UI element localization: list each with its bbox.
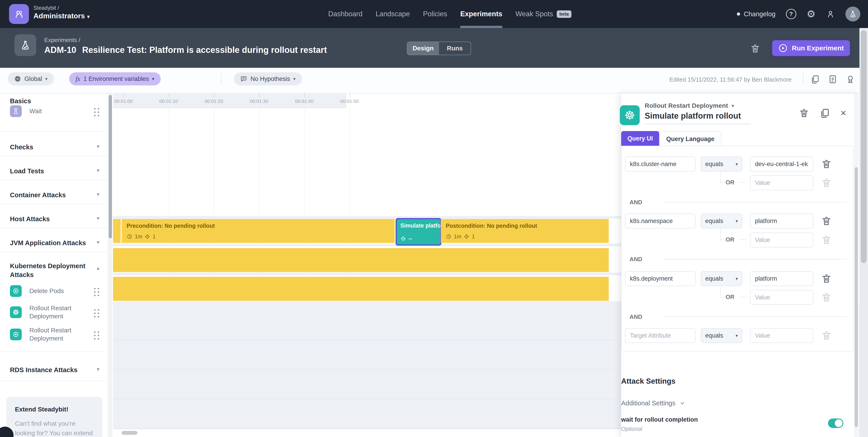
experiment-icon-tile: [14, 34, 36, 56]
operator-select[interactable]: equals▾: [701, 271, 742, 286]
trash-icon[interactable]: [821, 159, 832, 169]
page-scrollbar-thumb[interactable]: [861, 30, 867, 263]
trash-icon-disabled: [821, 235, 832, 245]
attribute-input[interactable]: [625, 328, 695, 343]
tab-design[interactable]: Design: [407, 42, 439, 55]
tick-label: 00:01:20: [205, 98, 223, 104]
chevron-down-icon: ▾: [732, 103, 734, 108]
environment-select[interactable]: Global ▾: [8, 72, 54, 85]
tab-runs[interactable]: Runs: [439, 42, 471, 55]
help-icon[interactable]: ?: [786, 9, 796, 19]
nav-policies[interactable]: Policies: [423, 0, 447, 28]
horizontal-scrollbar-thumb[interactable]: [122, 431, 137, 435]
chevron-down-icon[interactable]: ▾: [97, 143, 99, 150]
changelog-link[interactable]: Changelog: [737, 10, 775, 18]
action-type-select[interactable]: Rollout Restart Deployment ▾: [645, 102, 734, 110]
action-name-input[interactable]: Simulate platform rollout: [645, 111, 741, 121]
org-switcher[interactable]: Steadybit / Administrators▾: [33, 4, 90, 20]
trash-icon[interactable]: [821, 273, 832, 284]
drag-handle[interactable]: [94, 309, 99, 317]
drag-handle[interactable]: [94, 331, 99, 340]
nav-dashboard[interactable]: Dashboard: [328, 0, 363, 28]
or-value-input[interactable]: [750, 175, 813, 190]
step-bar-clipped[interactable]: [113, 219, 121, 243]
delete-experiment-button[interactable]: [750, 43, 761, 54]
step-bar-precondition[interactable]: Precondition: No pending rollout 1m 1: [122, 219, 395, 243]
steadybit-app: Steadybit / Administrators▾ Dashboard La…: [0, 0, 868, 437]
target-icon: [145, 233, 150, 240]
drag-handle[interactable]: [94, 108, 99, 116]
sidebar-section-container-attacks[interactable]: Container Attacks: [10, 191, 87, 199]
attribute-input[interactable]: [625, 271, 695, 286]
sidebar-section-load-tests[interactable]: Load Tests: [10, 167, 87, 176]
or-value-input[interactable]: [750, 232, 813, 247]
horizontal-scrollbar[interactable]: [113, 429, 621, 437]
nav-experiments[interactable]: Experiments: [460, 0, 502, 28]
user-icon[interactable]: [826, 9, 835, 19]
sidebar-section-jvm-attacks[interactable]: JVM Application Attacks: [10, 239, 87, 247]
operator-select[interactable]: equals▾: [701, 214, 742, 228]
chevron-down-icon[interactable]: ▾: [97, 366, 99, 372]
step-bar-lane3[interactable]: [113, 277, 609, 301]
trash-icon-disabled: [821, 177, 832, 188]
wait-for-rollout-toggle[interactable]: [828, 418, 843, 428]
hypothesis-select[interactable]: No Hypothesis ▾: [234, 72, 302, 85]
duplicate-icon[interactable]: [810, 74, 820, 84]
nav-weak-spots[interactable]: Weak Spots beta: [515, 0, 571, 28]
sidebar-section-checks[interactable]: Checks: [10, 143, 87, 152]
sidebar-item-wait[interactable]: Wait: [10, 105, 86, 117]
tab-query-ui[interactable]: Query UI: [621, 131, 659, 146]
kubernetes-icon: ☸: [620, 105, 640, 125]
badge-icon[interactable]: [846, 74, 855, 84]
target-icon: [464, 233, 469, 240]
tick-label: 00:01:40: [295, 98, 313, 104]
org-logo[interactable]: [9, 4, 29, 24]
trash-icon[interactable]: [799, 108, 809, 118]
chevron-down-icon[interactable]: ▾: [97, 215, 99, 221]
value-input[interactable]: [750, 157, 813, 171]
operator-select[interactable]: equals▾: [701, 328, 742, 343]
sidebar-item-rollout-restart-2[interactable]: Rollout Restart Deployment: [10, 326, 86, 343]
toolbar-divider: [221, 73, 221, 84]
value-input[interactable]: [750, 328, 813, 343]
step-bar-postcondition[interactable]: Postcondition: No pending rollout 1m 1: [441, 219, 609, 243]
drag-handle[interactable]: [94, 288, 99, 296]
wait-setting-hint: Optional: [621, 426, 642, 432]
sidebar-scrollbar-thumb[interactable]: [109, 95, 112, 239]
target-icon: [400, 236, 406, 242]
operator-select[interactable]: equals▾: [701, 157, 742, 171]
additional-settings-toggle[interactable]: Additional Settings: [621, 400, 685, 407]
sidebar-item-rollout-restart-1[interactable]: ☸ Rollout Restart Deployment: [10, 304, 86, 321]
gear-icon[interactable]: ⚙: [807, 9, 815, 19]
comment-icon: [240, 75, 247, 83]
chevron-up-icon[interactable]: ▴: [97, 265, 99, 271]
tab-query-language[interactable]: Query Language: [659, 131, 721, 147]
chevron-down-icon: ▾: [736, 276, 738, 281]
attribute-input[interactable]: [625, 157, 695, 171]
attribute-input[interactable]: [625, 214, 695, 228]
document-icon[interactable]: [828, 74, 837, 84]
chevron-down-icon[interactable]: ▾: [97, 239, 99, 245]
step-bar-selected-rollout[interactable]: Simulate platform rollout --: [396, 218, 441, 246]
sidebar-section-host-attacks[interactable]: Host Attacks: [10, 215, 87, 223]
nav-landscape[interactable]: Landscape: [376, 0, 410, 28]
value-input[interactable]: [750, 214, 813, 228]
breadcrumb[interactable]: Experiments /: [44, 37, 80, 43]
trash-icon[interactable]: [821, 216, 832, 226]
value-input[interactable]: [750, 271, 813, 286]
sidebar-item-delete-pods[interactable]: Delete Pods: [10, 285, 86, 297]
avatar[interactable]: [845, 6, 860, 22]
kubernetes-icon: ☸: [10, 306, 22, 318]
close-icon[interactable]: ×: [840, 108, 846, 118]
run-experiment-button[interactable]: Run Experiment: [772, 40, 850, 56]
sidebar-section-basics: Basics: [10, 97, 87, 105]
panel-scrollbar-thumb[interactable]: [855, 167, 858, 427]
step-bar-lane2[interactable]: [113, 248, 609, 272]
chevron-down-icon[interactable]: ▾: [97, 191, 99, 197]
chevron-down-icon[interactable]: ▾: [97, 167, 99, 174]
sidebar-section-rds-attacks[interactable]: RDS Instance Attacks: [10, 366, 87, 374]
or-value-input[interactable]: [750, 290, 813, 305]
environment-variables-button[interactable]: fx 1 Environment variables ▾: [69, 72, 161, 85]
sidebar-section-k8s-deployment-attacks[interactable]: Kubernetes Deployment Attacks: [10, 262, 87, 279]
duplicate-icon[interactable]: [819, 108, 830, 118]
